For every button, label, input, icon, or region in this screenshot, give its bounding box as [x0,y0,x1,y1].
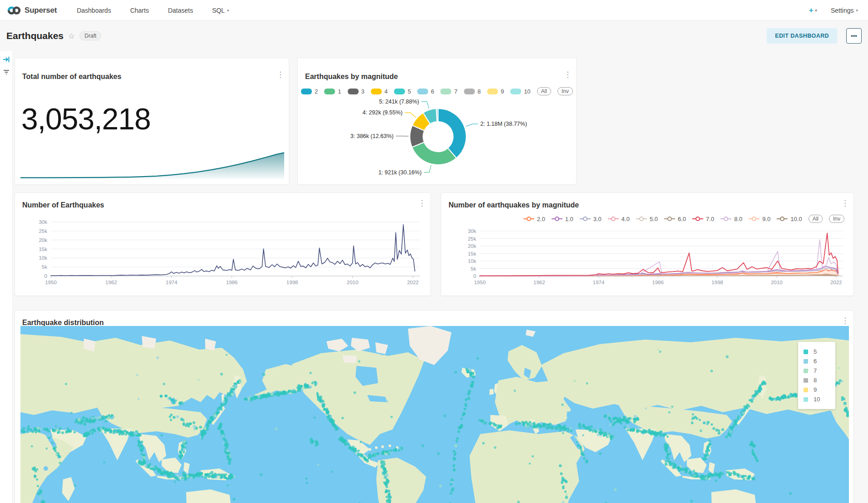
line-marker-icon [552,216,562,222]
legend-item-magnitude-10.0[interactable]: 10.0 [777,216,802,222]
infinity-logo-icon [7,5,21,15]
line-marker-icon [749,216,760,222]
donut-chart[interactable]: 2: 1.18M (38.77%)1: 921k (30.16%)3: 386k… [298,98,577,184]
svg-text:1950: 1950 [45,280,57,285]
line-marker-icon [580,216,591,222]
legend-swatch [348,89,359,94]
legend-label: 1 [338,88,341,95]
timeseries-chart[interactable]: 05k10k15k20k25k30k1950196219741986199820… [441,227,854,296]
svg-text:1998: 1998 [711,280,723,285]
legend-item-magnitude-8[interactable]: 8 [464,88,481,95]
svg-text:30k: 30k [39,219,47,225]
chart-menu-kebab-icon[interactable]: ⋮ [418,200,426,207]
nav-item-dashboards[interactable]: Dashboards [77,7,111,14]
legend-item-magnitude-7[interactable]: 7 [440,88,457,95]
map-legend-item: 8 [804,375,830,385]
legend-label: 3 [361,88,365,95]
legend-label: 7 [814,367,817,374]
trendline-sparkline[interactable] [20,149,284,180]
more-options-button[interactable]: ••• [846,28,862,44]
chart-title: Total number of earthquakes [22,73,121,81]
legend-item-magnitude-8.0[interactable]: 8.0 [720,216,742,222]
legend-item-magnitude-9[interactable]: 9 [487,88,504,95]
filter-funnel-icon[interactable] [2,68,10,76]
legend-label: 9 [501,88,504,95]
chart-menu-kebab-icon[interactable]: ⋮ [841,318,849,324]
legend-item-magnitude-4.0[interactable]: 4.0 [608,216,630,222]
favorite-star-icon[interactable]: ☆ [68,31,75,41]
dashboard-header: Earthquakes ☆ Draft EDIT DASHBOARD ••• [0,21,868,51]
legend-label: 6 [431,88,434,95]
line-marker-icon [608,216,619,222]
svg-text:2: 1.18M (38.77%): 2: 1.18M (38.77%) [480,121,527,127]
legend-item-magnitude-1.0[interactable]: 1.0 [552,216,573,222]
line-marker-icon [523,216,534,222]
legend-item-magnitude-7.0[interactable]: 7.0 [692,216,714,222]
legend-label: 7.0 [706,216,714,222]
line-marker-icon [777,216,788,222]
svg-text:4: 292k (9.55%): 4: 292k (9.55%) [362,109,402,116]
world-map[interactable]: 5678910 [20,326,849,503]
map-canvas[interactable] [20,326,849,503]
legend-item-magnitude-5[interactable]: 5 [394,88,411,95]
settings-menu[interactable]: Settings▾ [831,7,858,14]
legend-swatch [417,89,428,94]
chart-card-earthquake-distribution: Earthquake distribution ⋮ 5678910 [15,310,854,503]
svg-text:5: 241k (7.88%): 5: 241k (7.88%) [379,99,419,105]
chart-menu-kebab-icon[interactable]: ⋮ [276,72,284,78]
legend-label: 4 [385,88,388,95]
nav-item-datasets[interactable]: Datasets [168,7,193,14]
legend-item-magnitude-2[interactable]: 2 [301,88,318,95]
nav-item-charts[interactable]: Charts [130,7,149,14]
legend-swatch [804,388,808,392]
svg-text:20k: 20k [39,237,47,243]
legend-inv-button[interactable]: Inv [829,215,844,223]
map-legend: 5678910 [798,342,835,409]
legend-label: 4.0 [621,216,630,222]
legend-item-magnitude-9.0[interactable]: 9.0 [749,216,770,222]
svg-text:1986: 1986 [226,280,238,285]
legend-swatch [804,359,808,364]
edit-dashboard-button[interactable]: EDIT DASHBOARD [767,28,837,44]
nav-menu: Dashboards Charts Datasets SQL▾ [77,7,229,14]
svg-text:0: 0 [44,273,47,279]
timeseries-chart[interactable]: 05k10k15k20k25k30k1950196219741986199820… [15,211,431,296]
legend-item-magnitude-6.0[interactable]: 6.0 [664,216,686,222]
legend-item-magnitude-6[interactable]: 6 [417,88,434,95]
legend-label: 9.0 [762,216,770,222]
legend-all-button[interactable]: All [809,215,823,223]
line-marker-icon [720,216,731,222]
legend-all-button[interactable]: All [537,87,551,95]
nav-item-sql[interactable]: SQL▾ [212,7,229,14]
page-title: Earthquakes [6,30,64,41]
header-actions: EDIT DASHBOARD ••• [767,28,862,44]
legend-item-magnitude-4[interactable]: 4 [371,88,388,95]
legend-item-magnitude-3.0[interactable]: 3.0 [580,216,602,222]
line-marker-icon [692,216,703,222]
chevron-down-icon: ▾ [227,8,229,13]
nav-right: +▾ Settings▾ [809,6,868,15]
magnitude-legend: 2.01.03.04.05.06.07.08.09.010.0AllInv [523,215,844,223]
superset-logo[interactable]: Superset [0,5,57,15]
legend-swatch [487,89,498,94]
legend-item-magnitude-3[interactable]: 3 [348,88,365,95]
legend-swatch [510,89,521,94]
svg-text:2010: 2010 [771,280,783,285]
legend-item-magnitude-2.0[interactable]: 2.0 [523,216,545,222]
svg-text:1986: 1986 [652,280,664,285]
expand-filters-icon[interactable] [2,55,10,64]
legend-label: 8 [478,88,481,95]
chart-menu-kebab-icon[interactable]: ⋮ [564,72,572,78]
legend-item-magnitude-10[interactable]: 10 [510,88,530,95]
legend-item-magnitude-1[interactable]: 1 [324,88,341,95]
chart-menu-kebab-icon[interactable]: ⋮ [841,200,849,207]
top-nav: Superset Dashboards Charts Datasets SQL▾… [0,0,868,21]
plus-icon: + [809,6,813,15]
svg-text:1998: 1998 [286,280,298,285]
legend-item-magnitude-5.0[interactable]: 5.0 [636,216,658,222]
legend-inv-button[interactable]: Inv [557,87,573,95]
svg-text:1: 921k (30.16%): 1: 921k (30.16%) [378,169,421,176]
legend-label: 10 [814,396,820,403]
new-item-button[interactable]: +▾ [809,6,817,15]
legend-swatch [804,350,808,354]
